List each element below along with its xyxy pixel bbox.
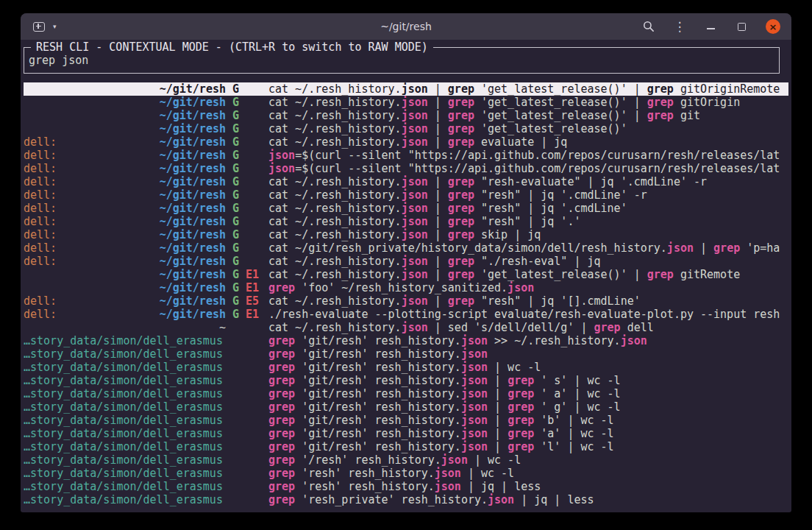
- history-row[interactable]: ~/git/reshGcat ~/.resh_history.json | gr…: [24, 96, 788, 109]
- history-row[interactable]: ~/git/reshG E1cat ~/.resh_history.json |…: [24, 268, 788, 281]
- row-left-column: ~: [24, 321, 226, 334]
- restore-icon[interactable]: [735, 19, 748, 34]
- host-label: dell:: [24, 241, 57, 255]
- directory-label: ~/git/resh: [160, 202, 226, 215]
- host-label: …story_data/simon/dell_erasmus: [24, 453, 223, 467]
- row-left-column: …story_data/simon/dell_erasmus: [24, 427, 226, 440]
- host-label: dell:: [24, 294, 57, 308]
- row-left-column: ~/git/resh: [24, 281, 226, 294]
- flags-label: [226, 374, 268, 387]
- history-row[interactable]: dell:~/git/reshGjson=$(curl --silent "ht…: [24, 162, 788, 175]
- resh-mode-header: RESH CLI - CONTEXTUAL MODE - (CTRL+R to …: [31, 40, 433, 54]
- flags-label: [226, 400, 268, 414]
- row-left-column: dell:~/git/resh: [24, 162, 226, 175]
- flags-label: [226, 493, 268, 506]
- host-label: …story_data/simon/dell_erasmus: [24, 467, 223, 480]
- row-left-column: ~/git/resh: [24, 96, 226, 109]
- host-label: …story_data/simon/dell_erasmus: [24, 493, 223, 506]
- directory-label: ~/git/resh: [160, 122, 226, 135]
- history-row[interactable]: …story_data/simon/dell_erasmusgrep 'git/…: [24, 387, 788, 400]
- terminal-window: ▾ ~/git/resh ⋮ × RESH CLI - CONTEXTUAL M…: [21, 13, 791, 512]
- history-row[interactable]: dell:~/git/reshGcat ~/.resh_history.json…: [24, 215, 788, 228]
- history-row[interactable]: …story_data/simon/dell_erasmusgrep 'git/…: [24, 361, 788, 374]
- minimize-icon[interactable]: [704, 19, 717, 34]
- directory-label: ~/git/resh: [160, 175, 226, 188]
- history-row[interactable]: dell:~/git/reshGcat ~/.resh_history.json…: [24, 202, 788, 215]
- command-text: cat ~/.resh_history.json | sed 's/dell/d…: [268, 321, 788, 334]
- flags-label: G: [226, 241, 268, 255]
- history-row[interactable]: …story_data/simon/dell_erasmusgrep 'git/…: [24, 400, 788, 414]
- command-text: cat ~/.resh_history.json | grep 'get_lat…: [268, 268, 788, 281]
- history-row[interactable]: …story_data/simon/dell_erasmusgrep 'resh…: [24, 493, 788, 506]
- directory-label: ~/git/resh: [160, 162, 226, 175]
- history-row[interactable]: …story_data/simon/dell_erasmusgrep 'resh…: [24, 480, 788, 493]
- history-row[interactable]: dell:~/git/reshGcat ~/.resh_history.json…: [24, 188, 788, 202]
- directory-label: ~/git/resh: [160, 135, 226, 149]
- flags-label: G: [226, 175, 268, 188]
- menu-kebab-icon[interactable]: ⋮: [673, 19, 686, 34]
- close-icon[interactable]: ×: [766, 19, 780, 34]
- history-row[interactable]: …story_data/simon/dell_erasmusgrep 'git/…: [24, 427, 788, 440]
- history-row[interactable]: …story_data/simon/dell_erasmusgrep '/res…: [24, 453, 788, 467]
- history-row[interactable]: dell:~/git/reshGcat ~/git/resh_private/h…: [24, 241, 788, 255]
- command-text: json=$(curl --silent "https://api.github…: [268, 149, 788, 162]
- search-icon[interactable]: [642, 19, 655, 34]
- tab-list-caret-icon[interactable]: ▾: [53, 24, 57, 30]
- row-left-column: dell:~/git/resh: [24, 202, 226, 215]
- flags-label: G: [226, 188, 268, 202]
- history-row[interactable]: dell:~/git/reshGjson=$(curl --silent "ht…: [24, 149, 788, 162]
- tab-icon[interactable]: [33, 22, 45, 32]
- command-text: cat ~/.resh_history.json | grep "./resh-…: [268, 255, 788, 268]
- row-left-column: …story_data/simon/dell_erasmus: [24, 414, 226, 427]
- command-text: cat ~/.resh_history.json | grep 'get_lat…: [268, 109, 788, 122]
- command-text: cat ~/.resh_history.json | grep 'get_lat…: [268, 122, 788, 135]
- history-row[interactable]: …story_data/simon/dell_erasmusgrep 'git/…: [24, 440, 788, 453]
- history-row[interactable]: …story_data/simon/dell_erasmusgrep 'git/…: [24, 374, 788, 387]
- history-row[interactable]: …story_data/simon/dell_erasmusgrep 'git/…: [24, 414, 788, 427]
- command-text: grep '/resh' resh_history.json | wc -l: [268, 453, 788, 467]
- history-row[interactable]: dell:~/git/reshG E5cat ~/.resh_history.j…: [24, 294, 788, 308]
- history-row[interactable]: dell:~/git/reshG E1./resh-evaluate --plo…: [24, 308, 788, 321]
- directory-label: ~/git/resh: [160, 255, 226, 268]
- history-row[interactable]: ~/git/reshGcat ~/.resh_history.json | gr…: [24, 122, 788, 135]
- command-text: cat ~/.resh_history.json | grep 'get_lat…: [268, 82, 788, 96]
- history-row-selected[interactable]: ~/git/reshGcat ~/.resh_history.json | gr…: [24, 82, 788, 96]
- directory-label: ~/git/resh: [160, 294, 226, 308]
- row-left-column: …story_data/simon/dell_erasmus: [24, 440, 226, 453]
- flags-label: [226, 440, 268, 453]
- history-row[interactable]: ~/git/reshG E1grep 'foo' ~/resh_history_…: [24, 281, 788, 294]
- host-label: …story_data/simon/dell_erasmus: [24, 480, 223, 493]
- command-text: cat ~/.resh_history.json | grep skip | j…: [268, 228, 788, 241]
- host-label: dell:: [24, 308, 57, 321]
- command-text: grep 'git/resh' resh_history.json >> ~/.…: [268, 334, 788, 347]
- flags-label: G E1: [226, 268, 268, 281]
- history-row[interactable]: …story_data/simon/dell_erasmusgrep 'git/…: [24, 334, 788, 347]
- row-left-column: dell:~/git/resh: [24, 135, 226, 149]
- history-row[interactable]: ~/git/reshGcat ~/.resh_history.json | gr…: [24, 109, 788, 122]
- directory-label: ~/git/resh: [160, 281, 226, 294]
- directory-label: ~/git/resh: [160, 215, 226, 228]
- row-left-column: …story_data/simon/dell_erasmus: [24, 480, 226, 493]
- flags-label: G E5: [226, 294, 268, 308]
- row-left-column: ~/git/resh: [24, 268, 226, 281]
- history-row[interactable]: dell:~/git/reshGcat ~/.resh_history.json…: [24, 175, 788, 188]
- history-row[interactable]: dell:~/git/reshGcat ~/.resh_history.json…: [24, 228, 788, 241]
- history-row[interactable]: ~cat ~/.resh_history.json | sed 's/dell/…: [24, 321, 788, 334]
- flags-label: [226, 387, 268, 400]
- history-row[interactable]: dell:~/git/reshGcat ~/.resh_history.json…: [24, 255, 788, 268]
- command-text: grep 'git/resh' resh_history.json | grep…: [268, 374, 788, 387]
- flags-label: [226, 361, 268, 374]
- row-left-column: dell:~/git/resh: [24, 215, 226, 228]
- command-text: cat ~/.resh_history.json | grep "resh" |…: [268, 294, 788, 308]
- history-row[interactable]: …story_data/simon/dell_erasmusgrep 'resh…: [24, 467, 788, 480]
- titlebar[interactable]: ▾ ~/git/resh ⋮ ×: [21, 13, 791, 40]
- titlebar-left-controls: ▾: [21, 22, 57, 32]
- history-row[interactable]: …story_data/simon/dell_erasmusgrep 'git/…: [24, 347, 788, 361]
- history-row[interactable]: dell:~/git/reshGcat ~/.resh_history.json…: [24, 135, 788, 149]
- directory-label: ~/git/resh: [160, 188, 226, 202]
- command-text: cat ~/.resh_history.json | grep "resh" |…: [268, 215, 788, 228]
- flags-label: [226, 321, 268, 334]
- host-label: …story_data/simon/dell_erasmus: [24, 361, 223, 374]
- host-label: …story_data/simon/dell_erasmus: [24, 440, 223, 453]
- resh-search-box[interactable]: RESH CLI - CONTEXTUAL MODE - (CTRL+R to …: [24, 47, 780, 74]
